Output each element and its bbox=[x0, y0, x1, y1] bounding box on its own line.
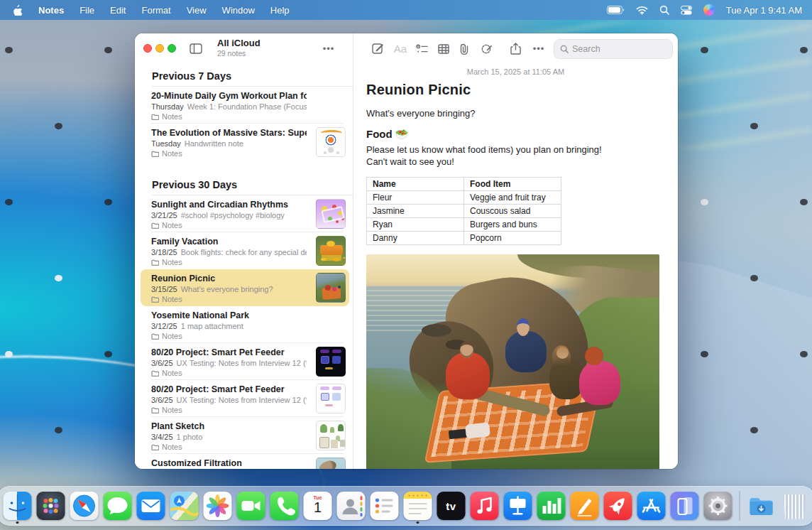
dock-iphone-mirroring-icon[interactable] bbox=[671, 492, 699, 520]
food-table[interactable]: Name Food Item FleurVeggie and fruit tra… bbox=[366, 177, 561, 245]
picnic-photo[interactable] bbox=[366, 254, 659, 469]
note-title: 20-Minute Daily Gym Workout Plan for One… bbox=[151, 91, 307, 101]
note-body-line: Please let us know what food items) you … bbox=[366, 144, 662, 155]
dock-safari-icon[interactable] bbox=[70, 492, 99, 520]
wallpaper-dot bbox=[701, 47, 708, 53]
siri-icon[interactable] bbox=[703, 4, 715, 16]
list-item[interactable]: 80/20 Project: Smart Pet Feeder 3/6/25UX… bbox=[141, 380, 349, 417]
note-title: Yosemite National Park bbox=[151, 310, 307, 320]
note-editor-title: Reunion Picnic bbox=[366, 82, 662, 98]
search-field[interactable] bbox=[554, 39, 673, 59]
dock-numbers-icon[interactable] bbox=[537, 492, 566, 520]
note-thumbnail bbox=[316, 199, 346, 229]
table-row: JasmineCouscous salad bbox=[367, 204, 561, 217]
dock-mail-icon[interactable] bbox=[137, 492, 165, 520]
search-icon bbox=[560, 45, 569, 53]
note-thumbnail bbox=[316, 236, 346, 266]
wifi-icon[interactable] bbox=[636, 6, 648, 15]
dock-rocket-icon[interactable] bbox=[604, 492, 632, 520]
active-app-menu[interactable]: Notes bbox=[38, 5, 64, 16]
notes-window: All iCloud 29 notes ••• Aa ••• bbox=[135, 33, 678, 469]
window-title-group: All iCloud 29 notes bbox=[217, 38, 260, 58]
dock-notes-icon[interactable] bbox=[404, 492, 432, 520]
note-title: Family Vacation bbox=[151, 237, 307, 247]
apple-menu-icon[interactable] bbox=[13, 4, 23, 16]
notes-list: Previous 7 Days 20-Minute Daily Gym Work… bbox=[135, 65, 353, 469]
list-item[interactable]: 20-Minute Daily Gym Workout Plan for One… bbox=[141, 87, 349, 124]
note-preview: Book flights: check for any special dea bbox=[181, 248, 307, 256]
list-item[interactable]: 80/20 Project: Smart Pet Feeder 3/6/25UX… bbox=[141, 343, 349, 380]
wallpaper-dot bbox=[5, 351, 13, 357]
checklist-button[interactable] bbox=[412, 38, 432, 59]
list-more-button[interactable]: ••• bbox=[318, 38, 339, 59]
table-header-food: Food Item bbox=[464, 177, 561, 190]
dock-facetime-icon[interactable] bbox=[237, 492, 265, 520]
dock-launchpad-icon[interactable] bbox=[37, 492, 65, 520]
writing-tools-icon[interactable] bbox=[476, 38, 497, 59]
note-title: Plant Sketch bbox=[151, 421, 307, 431]
dock-music-icon[interactable] bbox=[471, 492, 499, 520]
format-text-button[interactable]: Aa bbox=[390, 38, 410, 59]
table-button[interactable] bbox=[434, 38, 454, 59]
note-editor[interactable]: March 15, 2025 at 11:05 AM Reunion Picni… bbox=[353, 65, 678, 469]
dock-calendar-icon[interactable]: Tue 1 bbox=[304, 492, 332, 520]
dock-trash-icon[interactable] bbox=[781, 492, 809, 520]
close-button[interactable] bbox=[143, 44, 152, 53]
note-folder: Notes bbox=[162, 112, 182, 121]
list-item[interactable]: Sunlight and Circadian Rhythms 3/21/25#s… bbox=[141, 195, 349, 232]
menu-bar-clock[interactable]: Tue Apr 1 9:41 AM bbox=[726, 5, 802, 16]
wallpaper-dot bbox=[800, 199, 808, 205]
dock-downloads-folder[interactable] bbox=[747, 492, 776, 520]
menu-view[interactable]: View bbox=[187, 5, 207, 16]
note-date: 3/12/25 bbox=[151, 322, 177, 330]
toggle-sidebar-button[interactable] bbox=[185, 38, 207, 59]
dock-pages-icon[interactable] bbox=[571, 492, 599, 520]
folder-icon bbox=[151, 296, 159, 303]
dock-photos-icon[interactable] bbox=[204, 492, 232, 520]
note-folder: Notes bbox=[162, 221, 182, 229]
table-header-name: Name bbox=[367, 177, 464, 190]
dock-settings-icon[interactable] bbox=[704, 492, 733, 520]
note-date: Tuesday bbox=[151, 139, 181, 148]
list-item[interactable]: Customized Filtration 2/28/25Our mission… bbox=[141, 454, 349, 469]
menu-edit[interactable]: Edit bbox=[110, 5, 126, 16]
more-button[interactable]: ••• bbox=[528, 38, 549, 59]
dock-contacts-icon[interactable] bbox=[337, 492, 366, 520]
spotlight-search-icon[interactable] bbox=[659, 5, 669, 15]
new-note-button[interactable] bbox=[366, 38, 390, 59]
note-title: The Evolution of Massive Stars: Supern… bbox=[151, 128, 307, 138]
dock-appstore-icon[interactable] bbox=[637, 492, 666, 520]
minimize-button[interactable] bbox=[155, 44, 164, 53]
dock-tv-icon[interactable]: tv bbox=[437, 492, 466, 520]
dock-phone-icon[interactable] bbox=[270, 492, 299, 520]
dock-finder-icon[interactable] bbox=[4, 492, 32, 520]
menu-window[interactable]: Window bbox=[222, 5, 255, 16]
control-center-icon[interactable] bbox=[681, 6, 692, 15]
note-thumbnail bbox=[316, 273, 346, 303]
note-folder: Notes bbox=[162, 406, 182, 414]
folder-icon bbox=[151, 114, 159, 120]
menu-file[interactable]: File bbox=[79, 5, 94, 16]
note-date: 3/6/25 bbox=[151, 359, 173, 367]
search-input[interactable] bbox=[572, 44, 657, 54]
dock-messages-icon[interactable] bbox=[104, 492, 132, 520]
menu-help[interactable]: Help bbox=[270, 5, 290, 16]
window-titlebar: All iCloud 29 notes ••• Aa ••• bbox=[135, 33, 678, 65]
battery-icon[interactable] bbox=[607, 6, 625, 14]
dock-keynote-icon[interactable] bbox=[504, 492, 532, 520]
list-item[interactable]: The Evolution of Massive Stars: Supern… … bbox=[141, 124, 349, 161]
zoom-button[interactable] bbox=[168, 44, 176, 53]
list-item[interactable]: Yosemite National Park 3/12/251 map atta… bbox=[141, 306, 349, 343]
menu-format[interactable]: Format bbox=[141, 5, 170, 16]
note-title: 80/20 Project: Smart Pet Feeder bbox=[151, 347, 307, 357]
list-item[interactable]: Plant Sketch 3/4/251 photo Notes bbox=[141, 417, 349, 454]
wallpaper-dot bbox=[750, 123, 758, 129]
attachment-icon[interactable] bbox=[454, 38, 474, 59]
dock-reminders-icon[interactable] bbox=[371, 492, 399, 520]
dock-maps-icon[interactable] bbox=[170, 492, 199, 520]
share-button[interactable] bbox=[504, 38, 527, 59]
list-item-selected[interactable]: Reunion Picnic 3/15/25What's everyone br… bbox=[141, 269, 349, 306]
note-title: Reunion Picnic bbox=[151, 274, 307, 283]
wallpaper-dot bbox=[5, 199, 13, 205]
list-item[interactable]: Family Vacation 3/18/25Book flights: che… bbox=[141, 232, 349, 269]
